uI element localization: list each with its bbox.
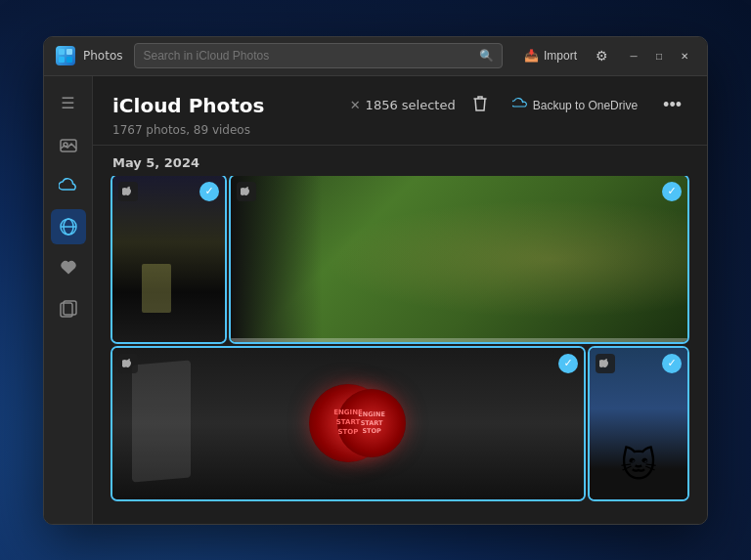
search-icon: 🔍: [479, 49, 494, 63]
main-header: iCloud Photos ✕ 1856 selected: [93, 76, 707, 146]
sidebar-item-albums[interactable]: [51, 291, 86, 326]
sidebar-item-cloud[interactable]: [51, 168, 86, 203]
apple-badge-3: [118, 354, 138, 373]
close-button[interactable]: ✕: [674, 45, 695, 66]
minimize-button[interactable]: ─: [623, 45, 644, 66]
photo-row-2: ENGINESTARTSTOP ✓ 🐱: [112, 348, 687, 499]
svg-rect-3: [66, 57, 72, 63]
more-options-button[interactable]: •••: [657, 92, 687, 118]
apple-badge-2: [237, 182, 256, 201]
sidebar: ☰: [44, 76, 93, 524]
sidebar-item-photos[interactable]: [51, 127, 86, 162]
clear-selection-button[interactable]: ✕: [350, 98, 361, 112]
header-top-row: iCloud Photos ✕ 1856 selected: [112, 92, 687, 119]
main-content: iCloud Photos ✕ 1856 selected: [93, 76, 707, 524]
backup-button[interactable]: Backup to OneDrive: [505, 93, 645, 117]
search-bar[interactable]: 🔍: [134, 43, 503, 68]
delete-button[interactable]: [467, 92, 493, 119]
check-badge-4: ✓: [662, 354, 682, 373]
selected-badge: ✕ 1856 selected: [350, 98, 456, 112]
import-label: Import: [544, 49, 577, 63]
check-badge-1: ✓: [199, 182, 219, 201]
svg-rect-0: [59, 49, 65, 55]
sidebar-item-menu[interactable]: ☰: [51, 86, 86, 121]
app-body: ☰: [44, 76, 707, 524]
page-title: iCloud Photos: [112, 94, 265, 117]
check-badge-3: ✓: [558, 354, 578, 373]
photo-cat-1[interactable]: 🐱 ✓: [590, 348, 687, 499]
svg-rect-2: [59, 57, 65, 63]
photo-row-1: ✓ ✓: [112, 176, 687, 342]
titlebar-actions: 📥 Import ⚙: [518, 45, 611, 66]
search-input[interactable]: [143, 49, 473, 63]
selected-count: 1856 selected: [366, 98, 456, 112]
import-icon: 📥: [524, 49, 539, 63]
app-window: Photos 🔍 📥 Import ⚙ ─ □ ✕ ☰: [43, 36, 708, 525]
import-button[interactable]: 📥 Import: [518, 46, 583, 65]
apple-badge-1: [118, 182, 138, 201]
backup-label: Backup to OneDrive: [533, 99, 638, 112]
header-actions: ✕ 1856 selected: [350, 92, 687, 119]
svg-rect-1: [66, 49, 72, 55]
sidebar-item-icloud[interactable]: [51, 209, 86, 244]
app-icon: [56, 46, 75, 65]
photo-green-1[interactable]: ✓: [231, 176, 687, 342]
photo-grid: ✓ ✓: [93, 176, 707, 524]
titlebar: Photos 🔍 📥 Import ⚙ ─ □ ✕: [44, 37, 707, 76]
sidebar-item-favorites[interactable]: [51, 250, 86, 285]
app-title-label: Photos: [83, 49, 122, 63]
onedrive-icon: [512, 97, 528, 113]
settings-button[interactable]: ⚙: [593, 45, 611, 66]
window-controls: ─ □ ✕: [623, 45, 695, 66]
check-badge-2: ✓: [662, 182, 682, 201]
maximize-button[interactable]: □: [648, 45, 670, 66]
photos-count-subtitle: 1767 photos, 89 videos: [112, 123, 687, 137]
apple-badge-4: [596, 354, 615, 373]
photo-night-1[interactable]: ✓: [112, 176, 225, 342]
date-section-label: May 5, 2024: [93, 146, 707, 176]
photo-car-1[interactable]: ENGINESTARTSTOP ✓: [112, 348, 584, 499]
